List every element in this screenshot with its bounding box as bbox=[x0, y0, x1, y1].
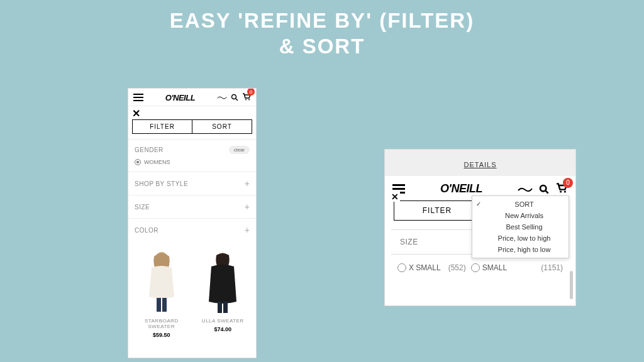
phone-left: O'NEILL 0 ✕ FILTER SORT GENDER clear WOM… bbox=[128, 88, 257, 358]
gender-option-womens[interactable]: WOMENS bbox=[135, 159, 250, 165]
svg-rect-6 bbox=[162, 298, 167, 312]
product-card[interactable]: ULLA SWEATER $74.00 bbox=[195, 245, 252, 338]
section-size[interactable]: SIZE + bbox=[128, 195, 256, 218]
close-icon[interactable]: ✕ bbox=[128, 106, 256, 119]
svg-rect-9 bbox=[223, 302, 228, 313]
product-card[interactable]: STARBOARD SWEATER $59.50 bbox=[133, 245, 190, 338]
svg-line-11 bbox=[546, 190, 548, 193]
svg-rect-8 bbox=[218, 302, 222, 313]
wave-icon bbox=[217, 95, 227, 100]
sort-option-price-high-low[interactable]: Price, high to low bbox=[472, 244, 569, 255]
style-label: SHOP BY STYLE bbox=[135, 180, 188, 187]
product-image bbox=[195, 245, 252, 314]
product-price: $74.00 bbox=[195, 326, 252, 332]
color-label: COLOR bbox=[135, 227, 158, 234]
sort-option-header[interactable]: SORT bbox=[472, 199, 569, 210]
svg-point-13 bbox=[564, 190, 566, 192]
brand-logo: O'NEILL bbox=[440, 182, 482, 195]
filter-sort-tabs: FILTER SORT bbox=[132, 119, 252, 134]
product-image bbox=[133, 245, 190, 314]
size-count: (552) bbox=[448, 263, 466, 272]
svg-point-3 bbox=[248, 99, 250, 101]
scrollbar[interactable] bbox=[570, 271, 573, 299]
sort-dropdown: SORT New Arrivals Best Selling Price, lo… bbox=[472, 195, 569, 258]
sort-option-price-low-high[interactable]: Price, low to high bbox=[472, 233, 569, 244]
svg-point-0 bbox=[231, 95, 236, 99]
expand-icon: + bbox=[245, 202, 250, 212]
expand-icon: + bbox=[245, 178, 250, 189]
svg-rect-5 bbox=[157, 298, 161, 312]
size-count: (1151) bbox=[541, 263, 563, 272]
details-link[interactable]: DETAILS bbox=[464, 161, 496, 168]
tab-sort[interactable]: SORT bbox=[192, 120, 252, 133]
slide-title: EASY 'REFINE BY' (FILTER) & SORT bbox=[0, 0, 644, 60]
size-label: SIZE bbox=[400, 238, 418, 246]
section-gender: GENDER clear WOMENS bbox=[128, 139, 256, 172]
clear-button[interactable]: clear bbox=[229, 146, 250, 154]
product-name: ULLA SWEATER bbox=[195, 318, 252, 324]
title-line-2: & SORT bbox=[0, 33, 644, 59]
svg-point-10 bbox=[540, 185, 546, 191]
search-icon[interactable] bbox=[539, 184, 549, 194]
top-icons: 0 bbox=[217, 92, 251, 103]
sort-option-best-selling[interactable]: Best Selling bbox=[472, 221, 569, 233]
section-color[interactable]: COLOR + bbox=[128, 218, 256, 241]
radio-icon[interactable] bbox=[471, 263, 480, 272]
menu-icon[interactable] bbox=[133, 94, 143, 101]
radio-icon[interactable] bbox=[397, 263, 406, 272]
brand-logo: O'NEILL bbox=[165, 93, 195, 102]
svg-point-2 bbox=[245, 99, 247, 101]
topbar: O'NEILL 0 bbox=[128, 89, 256, 106]
gender-option-label: WOMENS bbox=[144, 159, 170, 165]
svg-point-12 bbox=[560, 190, 562, 192]
details-bar: DETAILS bbox=[385, 150, 575, 176]
tab-filter[interactable]: FILTER bbox=[133, 120, 192, 133]
gender-label: GENDER bbox=[135, 146, 164, 153]
product-grid: STARBOARD SWEATER $59.50 ULLA SWEATER $7… bbox=[128, 241, 256, 338]
expand-icon: + bbox=[245, 225, 250, 235]
svg-line-1 bbox=[236, 99, 238, 101]
cart-badge: 0 bbox=[247, 88, 255, 96]
size-option-xsmall[interactable]: X SMALL bbox=[409, 263, 441, 272]
product-name: STARBOARD SWEATER bbox=[133, 318, 190, 329]
size-option-small[interactable]: SMALL bbox=[482, 263, 507, 272]
cart-button[interactable]: 0 bbox=[555, 183, 568, 195]
phone-right: DETAILS O'NEILL 0 ✕ FILTER SORT New Arri… bbox=[384, 149, 576, 306]
close-icon[interactable]: ✕ bbox=[390, 192, 400, 202]
sort-option-new-arrivals[interactable]: New Arrivals bbox=[472, 210, 569, 221]
top-icons: 0 bbox=[518, 183, 568, 195]
product-price: $59.50 bbox=[133, 332, 190, 338]
search-icon[interactable] bbox=[231, 94, 238, 101]
filter-sort-row: ✕ FILTER SORT New Arrivals Best Selling … bbox=[394, 200, 567, 221]
size-label: SIZE bbox=[135, 204, 150, 211]
tab-filter[interactable]: FILTER bbox=[394, 201, 480, 220]
wave-icon bbox=[518, 185, 533, 193]
radio-icon bbox=[135, 159, 141, 165]
size-options: X SMALL (552) SMALL (1151) bbox=[389, 261, 572, 272]
cart-button[interactable]: 0 bbox=[242, 92, 251, 103]
title-line-1: EASY 'REFINE BY' (FILTER) bbox=[0, 8, 644, 33]
section-shop-by-style[interactable]: SHOP BY STYLE + bbox=[128, 172, 256, 195]
cart-badge: 0 bbox=[563, 178, 573, 188]
